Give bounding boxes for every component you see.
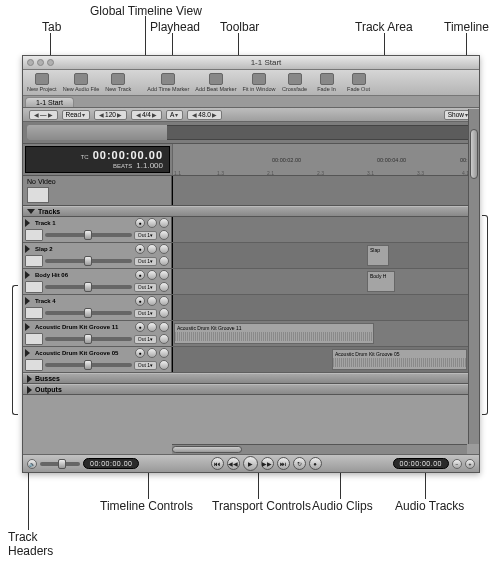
cycle-button[interactable]: ↻ [293,457,306,470]
vertical-scrollbar[interactable] [468,109,479,444]
fx-button[interactable] [159,334,169,344]
crossfade-button[interactable]: Crossfade [280,72,310,93]
record-button[interactable]: ● [135,348,145,358]
add-time-marker-button[interactable]: Add Time Marker [145,72,191,93]
automation-mode[interactable]: Read▾ [62,110,91,120]
add-beat-marker-button[interactable]: Add Beat Marker [193,72,238,93]
global-timeline-view[interactable] [23,122,479,144]
volume-slider[interactable] [45,311,132,315]
rtz-button[interactable]: ⏮ [211,457,224,470]
disclosure-right-icon[interactable] [25,271,30,279]
master-volume-slider[interactable] [40,462,80,466]
mute-button[interactable] [147,218,157,228]
record-button[interactable]: ● [135,218,145,228]
track-lane[interactable]: Acoustic Drum Kit Groove 05 [172,347,479,372]
solo-button[interactable] [159,322,169,332]
track-lane[interactable]: Body H [172,269,479,294]
rate-field[interactable]: ◀48.0▶ [187,110,222,120]
mute-button[interactable] [147,322,157,332]
horizontal-scrollbar[interactable] [172,444,467,454]
speaker-icon[interactable]: 🔈 [27,459,37,469]
track-header[interactable]: Acoustic Drum Kit Groove 11● Out 1 ▾ [23,321,172,346]
zoom-in-button[interactable]: + [465,459,475,469]
track-header[interactable]: Body Hit 06● Out 1 ▾ [23,269,172,294]
rewind-button[interactable]: ◀◀ [227,457,240,470]
output-selector[interactable]: Out 1 ▾ [134,309,157,318]
mute-button[interactable] [147,296,157,306]
output-selector[interactable]: Out 1 ▾ [134,283,157,292]
fade-in-button[interactable]: Fade In [312,72,342,93]
label-track-area: Track Area [355,20,413,34]
track-header[interactable]: Slap 2● Out 1 ▾ [23,243,172,268]
timesig-field[interactable]: ◀4/4▶ [131,110,162,120]
project-tab[interactable]: 1-1 Start [25,97,74,107]
track-header[interactable]: Track 4● Out 1 ▾ [23,295,172,320]
outputs-section-header[interactable]: Outputs [23,384,479,395]
mute-button[interactable] [147,270,157,280]
record-button[interactable]: ● [309,457,322,470]
play-button[interactable]: ▶ [243,456,258,471]
mute-button[interactable] [147,348,157,358]
mute-button[interactable] [147,244,157,254]
key-field[interactable]: A▾ [166,110,183,120]
solo-button[interactable] [159,296,169,306]
minimize-icon[interactable] [37,59,44,66]
time-ruler[interactable]: 00:00:02.00 00:00:04.00 00: 1.1 1.3 2.1 … [172,144,479,175]
timecode-counter[interactable]: TC00:00:00.00 BEATS1.1.000 [25,146,170,173]
audio-clip[interactable]: Body H [367,271,395,292]
track-header[interactable]: Track 1 ● Out 1 ▾ [23,217,172,242]
disclosure-right-icon[interactable] [25,297,30,305]
disclosure-right-icon[interactable] [25,219,30,227]
solo-button[interactable] [159,348,169,358]
track-lane[interactable] [172,295,479,320]
busses-section-header[interactable]: Busses [23,373,479,384]
fade-out-button[interactable]: Fade Out [344,72,374,93]
tracks-section-header[interactable]: Tracks [23,206,479,217]
output-selector[interactable]: Out 1 ▾ [134,257,157,266]
record-button[interactable]: ● [135,244,145,254]
fx-button[interactable] [159,256,169,266]
new-audio-file-button[interactable]: New Audio File [61,72,102,93]
close-icon[interactable] [27,59,34,66]
zoom-out-button[interactable]: − [452,459,462,469]
fx-button[interactable] [159,282,169,292]
track-header[interactable]: Acoustic Drum Kit Groove 05● Out 1 ▾ [23,347,172,372]
track-lane[interactable] [172,217,479,242]
fit-in-window-button[interactable]: Fit in Window [241,72,278,93]
volume-slider[interactable] [45,285,132,289]
solo-button[interactable] [159,244,169,254]
playhead[interactable] [172,176,173,205]
track-lane[interactable]: Acoustic Drum Kit Groove 11 [172,321,479,346]
timecode-left[interactable]: 00:00:00.00 [83,458,139,469]
tempo-field[interactable]: ◀120▶ [94,110,127,120]
volume-slider[interactable] [45,233,132,237]
zoom-icon[interactable] [47,59,54,66]
volume-slider[interactable] [45,259,132,263]
volume-slider[interactable] [45,337,132,341]
solo-button[interactable] [159,270,169,280]
audio-clip[interactable]: Acoustic Drum Kit Groove 11 [174,323,374,344]
fx-button[interactable] [159,230,169,240]
disclosure-right-icon[interactable] [25,323,30,331]
fx-button[interactable] [159,360,169,370]
solo-button[interactable] [159,218,169,228]
new-track-button[interactable]: New Track [103,72,133,93]
timecode-right[interactable]: 00:00:00.00 [393,458,449,469]
track-lane[interactable]: Slap [172,243,479,268]
audio-clip[interactable]: Acoustic Drum Kit Groove 05 [332,349,467,370]
output-selector[interactable]: Out 1 ▾ [134,335,157,344]
output-selector[interactable]: Out 1 ▾ [134,231,157,240]
record-button[interactable]: ● [135,322,145,332]
output-selector[interactable]: Out 1 ▾ [134,361,157,370]
record-button[interactable]: ● [135,270,145,280]
audio-clip[interactable]: Slap [367,245,389,266]
nudge-field[interactable]: ◀—▶ [29,110,58,120]
end-button[interactable]: ⏭ [277,457,290,470]
new-project-button[interactable]: New Project [25,72,59,93]
volume-slider[interactable] [45,363,132,367]
forward-button[interactable]: ▶▶ [261,457,274,470]
record-button[interactable]: ● [135,296,145,306]
fx-button[interactable] [159,308,169,318]
disclosure-right-icon[interactable] [25,245,30,253]
disclosure-right-icon[interactable] [25,349,30,357]
